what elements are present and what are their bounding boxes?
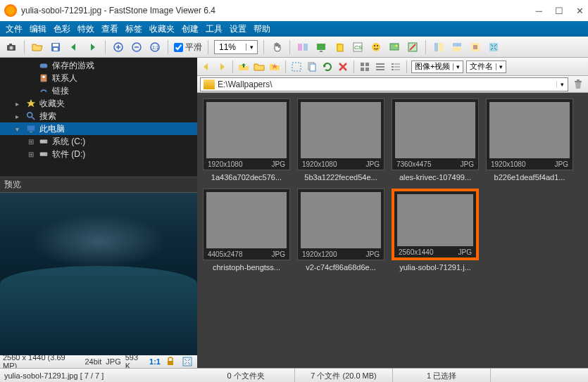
chevron-down-icon[interactable]: ▾ xyxy=(556,81,568,88)
svg-rect-30 xyxy=(489,43,498,51)
hand-tool-icon[interactable] xyxy=(270,40,284,54)
menu-item[interactable]: 标签 xyxy=(125,23,142,35)
smooth-checkbox[interactable]: 平滑 xyxy=(174,42,202,53)
thumbnail[interactable]: 4405x2478JPGchristoph-bengtss... xyxy=(203,189,290,272)
thumbnail[interactable]: 1920x1200JPGv2-c74cf86a68d6e... xyxy=(297,189,384,272)
nav-forward-icon[interactable] xyxy=(215,61,228,73)
path-input[interactable]: E:\Wallpapers\ ▾ xyxy=(200,77,568,91)
refresh-icon[interactable] xyxy=(321,61,334,73)
favorites-icon[interactable] xyxy=(268,61,281,73)
svg-rect-10 xyxy=(298,44,302,51)
close-button[interactable]: ✕ xyxy=(576,6,584,16)
up-folder-icon[interactable] xyxy=(237,61,250,73)
filter-dropdown[interactable]: 图像+视频▾ xyxy=(411,61,463,73)
nav-back-icon[interactable] xyxy=(200,61,213,73)
svg-rect-57 xyxy=(392,69,394,70)
expand-toggle[interactable]: ▾ xyxy=(15,125,23,133)
acquire-icon[interactable] xyxy=(4,40,18,54)
settings-icon[interactable] xyxy=(406,40,420,54)
back-icon[interactable] xyxy=(67,40,81,54)
menu-item[interactable]: 帮助 xyxy=(254,23,270,35)
compare-icon[interactable] xyxy=(296,40,310,54)
expand-toggle[interactable]: ▸ xyxy=(15,100,23,108)
menu-item[interactable]: 查看 xyxy=(101,23,118,35)
zoom-in-icon[interactable] xyxy=(111,40,125,54)
zoom-out-icon[interactable] xyxy=(130,40,144,54)
new-folder-icon[interactable] xyxy=(253,61,265,73)
thumbnail[interactable]: 1920x1080JPG5b3a1222feced54e... xyxy=(297,98,384,182)
preview-image[interactable] xyxy=(0,193,197,355)
tree-node[interactable]: ▸搜索 xyxy=(0,110,197,122)
expand-toggle[interactable]: ⊞ xyxy=(28,138,35,146)
view-details-icon[interactable] xyxy=(389,61,402,73)
copy-icon[interactable] xyxy=(306,61,318,73)
contact-sheet-icon[interactable]: CS xyxy=(351,40,365,54)
sort-value: 文件名 xyxy=(467,61,496,72)
slideshow-icon[interactable] xyxy=(314,40,328,54)
thumbnail-image xyxy=(301,192,381,248)
wallpaper-icon[interactable] xyxy=(387,40,401,54)
tree-node[interactable]: ▸收藏夹 xyxy=(0,97,197,110)
layout-3-icon[interactable] xyxy=(468,40,482,54)
svg-point-40 xyxy=(46,153,47,155)
layout-2-icon[interactable] xyxy=(450,40,464,54)
layout-1-icon[interactable] xyxy=(432,40,446,54)
thumbnail-grid[interactable]: 1920x1080JPG1a436a702dec576...1920x1080J… xyxy=(197,93,588,368)
smooth-input[interactable] xyxy=(174,43,183,52)
expand-toggle[interactable]: ▸ xyxy=(15,113,23,120)
right-panel: 图像+视频▾ 文件名▾ E:\Wallpapers\ ▾ 1920x1080JP… xyxy=(197,58,588,368)
tree-node[interactable]: ⊞软件 (D:) xyxy=(0,148,197,160)
thumbnail[interactable]: 1920x1080JPGb226e1deaf5f4ad1... xyxy=(486,98,573,182)
save-icon[interactable] xyxy=(49,40,63,54)
menu-item[interactable]: 设置 xyxy=(230,23,246,35)
sort-dropdown[interactable]: 文件名▾ xyxy=(466,61,506,73)
fullscreen-icon[interactable] xyxy=(487,40,501,54)
menu-item[interactable]: 收藏夹 xyxy=(149,23,175,35)
preview-info-bar: 2560 x 1440 (3.69 MP) 24bit JPG 593 K 1:… xyxy=(0,355,197,368)
view-thumbs-icon[interactable] xyxy=(358,61,371,73)
nav-toolbar: 图像+视频▾ 文件名▾ xyxy=(197,58,588,76)
tree-node[interactable]: ⊞系统 (C:) xyxy=(0,135,197,148)
tree-node[interactable]: 保存的游戏 xyxy=(0,59,197,72)
svg-rect-56 xyxy=(394,66,400,68)
status-files: 7 个文件 (20.0 MB) xyxy=(295,369,393,382)
svg-rect-47 xyxy=(365,63,369,66)
batch-icon[interactable] xyxy=(332,40,346,54)
thumbnail[interactable]: 1920x1080JPG1a436a702dec576... xyxy=(203,98,290,182)
thumbnail[interactable]: 7360x4475JPGales-krivec-107499... xyxy=(392,98,479,182)
menu-item[interactable]: 创建 xyxy=(182,23,199,35)
forward-icon[interactable] xyxy=(85,40,99,54)
menu-item[interactable]: 工具 xyxy=(206,23,223,35)
expand-toggle[interactable]: ⊞ xyxy=(28,151,35,158)
chevron-down-icon[interactable]: ▾ xyxy=(496,63,506,70)
tree-node[interactable]: 联系人 xyxy=(0,72,197,84)
expand-icon[interactable] xyxy=(180,355,194,369)
menu-item[interactable]: 文件 xyxy=(6,23,23,35)
view-list-icon[interactable] xyxy=(374,61,387,73)
svg-rect-53 xyxy=(392,63,394,65)
chevron-down-icon[interactable]: ▾ xyxy=(453,63,463,70)
menu-item[interactable]: 编辑 xyxy=(30,23,46,35)
open-icon[interactable] xyxy=(30,40,44,54)
email-icon[interactable] xyxy=(369,40,383,54)
thumbnail[interactable]: 2560x1440JPGyulia-sobol-71291.j... xyxy=(392,189,479,272)
menu-item[interactable]: 色彩 xyxy=(54,23,70,35)
svg-rect-12 xyxy=(317,44,325,50)
svg-point-19 xyxy=(374,45,375,46)
folder-tree[interactable]: 保存的游戏联系人链接▸收藏夹▸搜索▾此电脑⊞系统 (C:)⊞软件 (D:) xyxy=(0,58,197,177)
trash-icon[interactable] xyxy=(571,77,585,91)
menu-bar: 文件编辑色彩特效查看标签收藏夹创建工具设置帮助 xyxy=(0,21,588,37)
tree-node[interactable]: 链接 xyxy=(0,84,197,97)
menu-item[interactable]: 特效 xyxy=(77,23,94,35)
zoom-fit-icon[interactable]: 1:1 xyxy=(148,40,162,54)
zoom-dropdown[interactable]: 11%▾ xyxy=(214,40,258,54)
chevron-down-icon[interactable]: ▾ xyxy=(246,44,257,51)
maximize-button[interactable]: ☐ xyxy=(555,6,563,16)
tree-node[interactable]: ▾此电脑 xyxy=(0,122,197,135)
lock-icon[interactable] xyxy=(163,355,177,369)
select-all-icon[interactable] xyxy=(290,61,303,73)
tree-node[interactable] xyxy=(0,160,197,173)
minimize-button[interactable]: ─ xyxy=(536,6,542,16)
delete-icon[interactable] xyxy=(337,61,349,73)
thumb-format: JPG xyxy=(366,160,380,168)
